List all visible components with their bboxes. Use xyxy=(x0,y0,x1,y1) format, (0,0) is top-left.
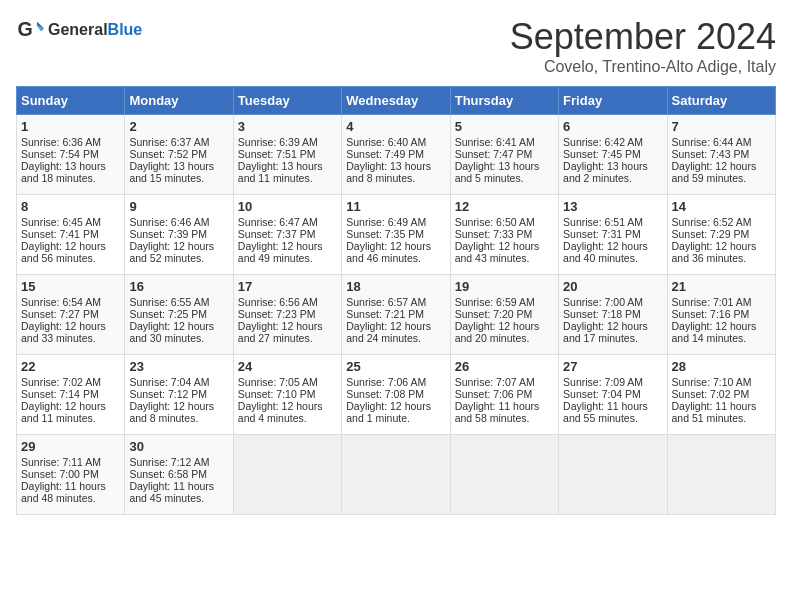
calendar-cell: 1Sunrise: 6:36 AMSunset: 7:54 PMDaylight… xyxy=(17,115,125,195)
day-number: 29 xyxy=(21,439,120,454)
calendar-cell: 8Sunrise: 6:45 AMSunset: 7:41 PMDaylight… xyxy=(17,195,125,275)
sunset-text: Sunset: 7:54 PM xyxy=(21,148,99,160)
day-number: 5 xyxy=(455,119,554,134)
sunrise-text: Sunrise: 7:06 AM xyxy=(346,376,426,388)
sunrise-text: Sunrise: 6:54 AM xyxy=(21,296,101,308)
sunset-text: Sunset: 7:16 PM xyxy=(672,308,750,320)
daylight-text: Daylight: 11 hours and 48 minutes. xyxy=(21,480,106,504)
sunset-text: Sunset: 7:25 PM xyxy=(129,308,207,320)
calendar-cell: 27Sunrise: 7:09 AMSunset: 7:04 PMDayligh… xyxy=(559,355,667,435)
sunset-text: Sunset: 7:18 PM xyxy=(563,308,641,320)
col-header-thursday: Thursday xyxy=(450,87,558,115)
title-area: September 2024 Covelo, Trentino-Alto Adi… xyxy=(510,16,776,76)
daylight-text: Daylight: 12 hours and 46 minutes. xyxy=(346,240,431,264)
daylight-text: Daylight: 12 hours and 1 minute. xyxy=(346,400,431,424)
sunset-text: Sunset: 7:27 PM xyxy=(21,308,99,320)
calendar-cell: 28Sunrise: 7:10 AMSunset: 7:02 PMDayligh… xyxy=(667,355,775,435)
day-number: 22 xyxy=(21,359,120,374)
daylight-text: Daylight: 12 hours and 33 minutes. xyxy=(21,320,106,344)
sunrise-text: Sunrise: 7:11 AM xyxy=(21,456,101,468)
sunrise-text: Sunrise: 6:49 AM xyxy=(346,216,426,228)
day-number: 12 xyxy=(455,199,554,214)
sunset-text: Sunset: 7:20 PM xyxy=(455,308,533,320)
sunset-text: Sunset: 7:33 PM xyxy=(455,228,533,240)
sunset-text: Sunset: 7:41 PM xyxy=(21,228,99,240)
daylight-text: Daylight: 12 hours and 43 minutes. xyxy=(455,240,540,264)
sunset-text: Sunset: 7:31 PM xyxy=(563,228,641,240)
daylight-text: Daylight: 12 hours and 24 minutes. xyxy=(346,320,431,344)
daylight-text: Daylight: 11 hours and 58 minutes. xyxy=(455,400,540,424)
day-number: 9 xyxy=(129,199,228,214)
day-number: 25 xyxy=(346,359,445,374)
logo-text-general: General xyxy=(48,21,108,38)
sunrise-text: Sunrise: 6:39 AM xyxy=(238,136,318,148)
calendar-cell: 11Sunrise: 6:49 AMSunset: 7:35 PMDayligh… xyxy=(342,195,450,275)
logo-icon: G xyxy=(16,16,44,44)
sunrise-text: Sunrise: 6:56 AM xyxy=(238,296,318,308)
calendar-cell: 17Sunrise: 6:56 AMSunset: 7:23 PMDayligh… xyxy=(233,275,341,355)
day-number: 16 xyxy=(129,279,228,294)
sunrise-text: Sunrise: 7:04 AM xyxy=(129,376,209,388)
daylight-text: Daylight: 12 hours and 30 minutes. xyxy=(129,320,214,344)
calendar-body: 1Sunrise: 6:36 AMSunset: 7:54 PMDaylight… xyxy=(17,115,776,515)
sunset-text: Sunset: 7:08 PM xyxy=(346,388,424,400)
calendar-cell: 30Sunrise: 7:12 AMSunset: 6:58 PMDayligh… xyxy=(125,435,233,515)
daylight-text: Daylight: 12 hours and 20 minutes. xyxy=(455,320,540,344)
sunrise-text: Sunrise: 7:10 AM xyxy=(672,376,752,388)
daylight-text: Daylight: 12 hours and 52 minutes. xyxy=(129,240,214,264)
sunset-text: Sunset: 7:12 PM xyxy=(129,388,207,400)
sunrise-text: Sunrise: 6:50 AM xyxy=(455,216,535,228)
daylight-text: Daylight: 13 hours and 5 minutes. xyxy=(455,160,540,184)
sunset-text: Sunset: 7:49 PM xyxy=(346,148,424,160)
sunset-text: Sunset: 7:02 PM xyxy=(672,388,750,400)
calendar-cell: 2Sunrise: 6:37 AMSunset: 7:52 PMDaylight… xyxy=(125,115,233,195)
calendar-cell: 12Sunrise: 6:50 AMSunset: 7:33 PMDayligh… xyxy=(450,195,558,275)
day-number: 18 xyxy=(346,279,445,294)
col-header-friday: Friday xyxy=(559,87,667,115)
sunrise-text: Sunrise: 7:05 AM xyxy=(238,376,318,388)
logo-text-blue: Blue xyxy=(108,21,143,38)
day-number: 23 xyxy=(129,359,228,374)
col-header-saturday: Saturday xyxy=(667,87,775,115)
day-number: 3 xyxy=(238,119,337,134)
sunrise-text: Sunrise: 6:47 AM xyxy=(238,216,318,228)
sunrise-text: Sunrise: 6:52 AM xyxy=(672,216,752,228)
daylight-text: Daylight: 12 hours and 27 minutes. xyxy=(238,320,323,344)
day-number: 21 xyxy=(672,279,771,294)
calendar-cell xyxy=(233,435,341,515)
daylight-text: Daylight: 12 hours and 59 minutes. xyxy=(672,160,757,184)
sunset-text: Sunset: 7:10 PM xyxy=(238,388,316,400)
calendar-week-row: 29Sunrise: 7:11 AMSunset: 7:00 PMDayligh… xyxy=(17,435,776,515)
calendar-cell: 4Sunrise: 6:40 AMSunset: 7:49 PMDaylight… xyxy=(342,115,450,195)
day-number: 20 xyxy=(563,279,662,294)
daylight-text: Daylight: 11 hours and 45 minutes. xyxy=(129,480,214,504)
day-number: 4 xyxy=(346,119,445,134)
sunrise-text: Sunrise: 6:37 AM xyxy=(129,136,209,148)
day-number: 7 xyxy=(672,119,771,134)
calendar-cell: 6Sunrise: 6:42 AMSunset: 7:45 PMDaylight… xyxy=(559,115,667,195)
sunrise-text: Sunrise: 6:55 AM xyxy=(129,296,209,308)
day-number: 19 xyxy=(455,279,554,294)
calendar-cell: 20Sunrise: 7:00 AMSunset: 7:18 PMDayligh… xyxy=(559,275,667,355)
sunset-text: Sunset: 7:35 PM xyxy=(346,228,424,240)
sunset-text: Sunset: 7:51 PM xyxy=(238,148,316,160)
calendar-cell xyxy=(342,435,450,515)
sunset-text: Sunset: 7:21 PM xyxy=(346,308,424,320)
daylight-text: Daylight: 12 hours and 40 minutes. xyxy=(563,240,648,264)
daylight-text: Daylight: 12 hours and 11 minutes. xyxy=(21,400,106,424)
calendar-cell: 14Sunrise: 6:52 AMSunset: 7:29 PMDayligh… xyxy=(667,195,775,275)
sunset-text: Sunset: 7:37 PM xyxy=(238,228,316,240)
daylight-text: Daylight: 12 hours and 17 minutes. xyxy=(563,320,648,344)
day-number: 15 xyxy=(21,279,120,294)
sunset-text: Sunset: 7:43 PM xyxy=(672,148,750,160)
daylight-text: Daylight: 12 hours and 36 minutes. xyxy=(672,240,757,264)
col-header-wednesday: Wednesday xyxy=(342,87,450,115)
daylight-text: Daylight: 12 hours and 56 minutes. xyxy=(21,240,106,264)
sunset-text: Sunset: 7:29 PM xyxy=(672,228,750,240)
day-number: 17 xyxy=(238,279,337,294)
sunrise-text: Sunrise: 7:02 AM xyxy=(21,376,101,388)
month-title: September 2024 xyxy=(510,16,776,58)
col-header-monday: Monday xyxy=(125,87,233,115)
daylight-text: Daylight: 12 hours and 14 minutes. xyxy=(672,320,757,344)
daylight-text: Daylight: 13 hours and 18 minutes. xyxy=(21,160,106,184)
